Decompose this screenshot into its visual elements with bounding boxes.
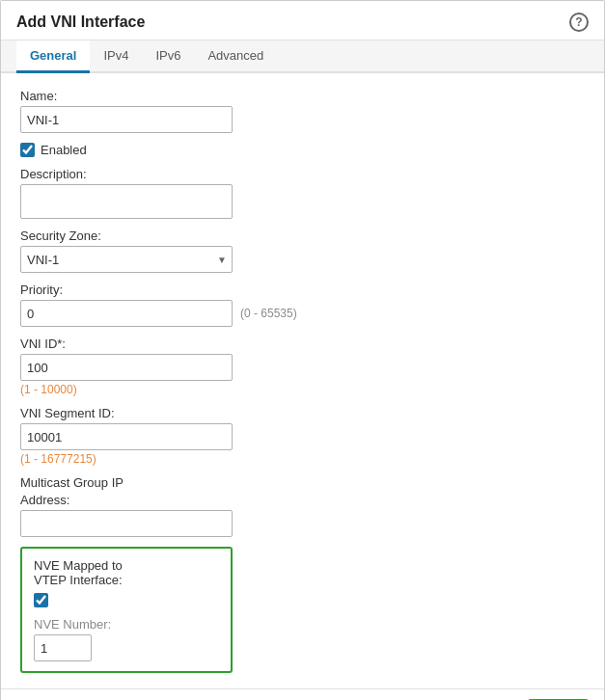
tab-general[interactable]: General — [16, 40, 90, 73]
dialog-body: Name: Enabled Description: Security Zone… — [1, 73, 604, 688]
tab-ipv4[interactable]: IPv4 — [90, 40, 142, 73]
multicast-label-line1: Multicast Group IP — [20, 475, 585, 490]
priority-label: Priority: — [20, 283, 585, 297]
tabs-bar: General IPv4 IPv6 Advanced — [1, 40, 604, 73]
enabled-checkbox[interactable] — [20, 143, 35, 157]
dialog-header: Add VNI Interface ? — [1, 1, 604, 40]
dialog: Add VNI Interface ? General IPv4 IPv6 Ad… — [0, 0, 605, 700]
security-zone-label: Security Zone: — [20, 229, 585, 243]
multicast-label-line2: Address: — [20, 493, 585, 507]
description-group: Description: — [20, 167, 585, 219]
nve-number-input[interactable] — [34, 634, 92, 661]
priority-row: (0 - 65535) — [20, 300, 585, 327]
nve-section: NVE Mapped to VTEP Interface: NVE Number… — [20, 547, 233, 673]
dialog-title: Add VNI Interface — [16, 13, 145, 31]
vni-segment-label: VNI Segment ID: — [20, 406, 585, 420]
nve-checkbox-row — [34, 593, 219, 607]
description-input[interactable] — [20, 184, 233, 219]
name-group: Name: — [20, 89, 585, 133]
dialog-footer: Cancel OK — [1, 688, 604, 700]
nve-section-label: NVE Mapped to VTEP Interface: — [34, 558, 219, 587]
priority-input[interactable] — [20, 300, 233, 327]
vni-segment-hint: (1 - 16777215) — [20, 452, 585, 466]
vni-id-group: VNI ID*: (1 - 10000) — [20, 337, 585, 396]
security-zone-select[interactable]: VNI-1 — [20, 246, 233, 273]
tab-advanced[interactable]: Advanced — [194, 40, 277, 73]
security-zone-select-wrapper: VNI-1 ▼ — [20, 246, 233, 273]
enabled-row: Enabled — [20, 143, 585, 157]
priority-group: Priority: (0 - 65535) — [20, 283, 585, 327]
nve-number-label: NVE Number: — [34, 617, 219, 632]
name-input[interactable] — [20, 106, 233, 133]
security-zone-group: Security Zone: VNI-1 ▼ — [20, 229, 585, 273]
multicast-input[interactable] — [20, 510, 233, 537]
tab-ipv6[interactable]: IPv6 — [142, 40, 194, 73]
multicast-group: Multicast Group IP Address: — [20, 475, 585, 537]
help-icon[interactable]: ? — [569, 13, 589, 32]
priority-hint: (0 - 65535) — [240, 307, 297, 320]
vni-segment-group: VNI Segment ID: (1 - 16777215) — [20, 406, 585, 466]
name-label: Name: — [20, 89, 585, 103]
vni-id-hint: (1 - 10000) — [20, 383, 585, 396]
enabled-label: Enabled — [41, 143, 87, 157]
vni-id-label: VNI ID*: — [20, 337, 585, 351]
vni-segment-input[interactable] — [20, 423, 233, 450]
nve-checkbox[interactable] — [34, 593, 48, 607]
vni-id-input[interactable] — [20, 354, 233, 381]
description-label: Description: — [20, 167, 585, 181]
